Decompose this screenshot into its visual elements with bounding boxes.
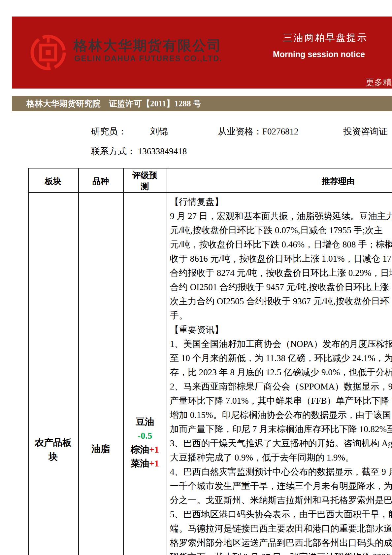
- reason-line: 一千个城市发生严重干旱，连续三个月未有明显降水，为: [170, 479, 392, 493]
- header-rating: 评级预测: [129, 170, 161, 192]
- researcher-advisory: 投资咨询证: [343, 126, 388, 137]
- reason-line: 4、巴西自然灾害监测预计中心公布的数据显示，截至 9 月: [170, 465, 392, 479]
- company-logo-icon: [30, 35, 66, 70]
- reason-line: 2、马来西亚南部棕果厂商公会（SPPOMA）数据显示，9 月: [170, 380, 392, 394]
- reason-line: 增加 0.15%。印尼棕榈油协会公布的数据显示，由于该国: [170, 408, 392, 422]
- reason-text-block: 【行情复盘】9 月 27 日，宏观和基本面共振，油脂强势延续。豆油主力元/吨,按…: [170, 195, 392, 555]
- rating-line-rapeseed-oil: 菜油+1: [123, 457, 167, 470]
- company-name-en: GELIN DAHUA FUTURES CO.,LTD.: [74, 54, 222, 63]
- reason-line: 【重要资讯】: [170, 323, 392, 337]
- reason-line: 1、美国全国油籽加工商协会（NOPA）发布的月度压榨报告: [170, 337, 392, 351]
- reason-line: 合约 OI2501 合约报收于 9457 元/吨,按收盘价日环比上涨: [170, 280, 392, 294]
- company-name-cn: 格林大华期货有限公司: [73, 36, 222, 55]
- reason-line: 格罗索州部分地区运送产品到巴西北部各州出口码头的成: [170, 536, 392, 550]
- reason-line: 至 10 个月来的新低，为 11.38 亿磅，环比减少 24.1%，为: [170, 351, 392, 365]
- researcher-role-label: 研究员：: [91, 126, 127, 137]
- reason-line: 5、巴西地区港口码头协会表示，由于巴西大面积干旱，航: [170, 507, 392, 522]
- report-title-cn: 三油两粕早盘提示: [283, 31, 368, 45]
- credential-bar: 格林大华期货研究院 证监许可【2011】1288 号: [12, 96, 392, 111]
- rating-line-soybean-value: -0.5: [123, 429, 167, 443]
- reason-line: 元/吨,按收盘价日环比下跌 0.07%,日减仓 17955 手;次主: [170, 223, 392, 238]
- header-reason: 推荐理由: [305, 176, 371, 187]
- researcher-qualification: 从业资格：F0276812: [218, 126, 299, 137]
- header-banner: 格林大华期货有限公司 GELIN DAHUA FUTURES CO.,LTD. …: [12, 17, 392, 89]
- table-border-col4: [167, 168, 167, 555]
- table-border-left: [28, 168, 29, 555]
- reason-line: 3、巴西的干燥天气推迟了大豆播种的开始。咨询机构 AgR: [170, 436, 392, 451]
- researcher-name: 刘锦: [150, 126, 168, 137]
- more-content-text: 更多精彩: [366, 77, 392, 88]
- variety-cell: 油脂: [78, 443, 123, 455]
- rating-forecast-cell: 豆油 -0.5 棕油+1 菜油+1: [123, 415, 167, 470]
- reason-line: 端。马德拉河是链接巴西主要农田和港口的重要北部水道: [170, 522, 392, 536]
- reason-line: 9 月 27 日，宏观和基本面共振，油脂强势延续。豆油主力: [170, 209, 392, 223]
- header-variety: 品种: [78, 176, 123, 187]
- table-border-col2: [78, 168, 79, 555]
- header-sector: 板块: [28, 176, 78, 187]
- credential-text: 格林大华期货研究院 证监许可【2011】1288 号: [26, 96, 201, 111]
- rating-line-palm-oil: 棕油+1: [123, 443, 167, 457]
- reason-line: 分之一。戈亚斯州、米纳斯吉拉斯州和马托格罗索州是巴: [170, 493, 392, 507]
- reason-line: 合约报收于 8274 元/吨，按收盘价日环比上涨 0.29%，日增: [170, 266, 392, 280]
- reason-line: 次主力合约 OI2505 合约报收于 9367 元/吨,按收盘价日环: [170, 294, 392, 309]
- reason-line: 手。: [170, 309, 392, 323]
- rating-line-soybean-oil: 豆油: [123, 415, 167, 429]
- reason-line: 存，比 2023 年 8 月底的 12.5 亿磅减少 9.0%，也低于分析: [170, 365, 392, 380]
- reason-line: 收于 8616 元/吨，按收盘价日环比上涨 1.01%，日减仓 17: [170, 252, 392, 266]
- report-title-en: Morning session notice: [273, 50, 365, 59]
- reason-line: 元/吨，按收盘价日环比下跌 0.46%，日增仓 808 手；棕榈: [170, 238, 392, 252]
- researcher-contact: 联系方式： 13633849418: [91, 145, 187, 157]
- table-border-col3: [123, 168, 124, 555]
- table-top-border: [28, 168, 392, 168]
- reason-line: 大豆播种完成了 0.9%，低于去年同期的 1.9%。: [170, 451, 392, 465]
- table-header-border: [28, 192, 392, 193]
- sector-cell: 农产品板块: [32, 435, 74, 464]
- reason-line: 产量环比下降 7.01%，其中鲜果串（FFB）单产环比下降 7: [170, 394, 392, 408]
- reason-line: 【行情复盘】: [170, 195, 392, 209]
- reason-line: 加而产量下降，印尼 7 月末棕榈油库存环比下降 10.82%至: [170, 422, 392, 436]
- reason-line: 现货方面，截止到 9 月 27 日，张家港豆油现货均价 8280: [170, 550, 392, 555]
